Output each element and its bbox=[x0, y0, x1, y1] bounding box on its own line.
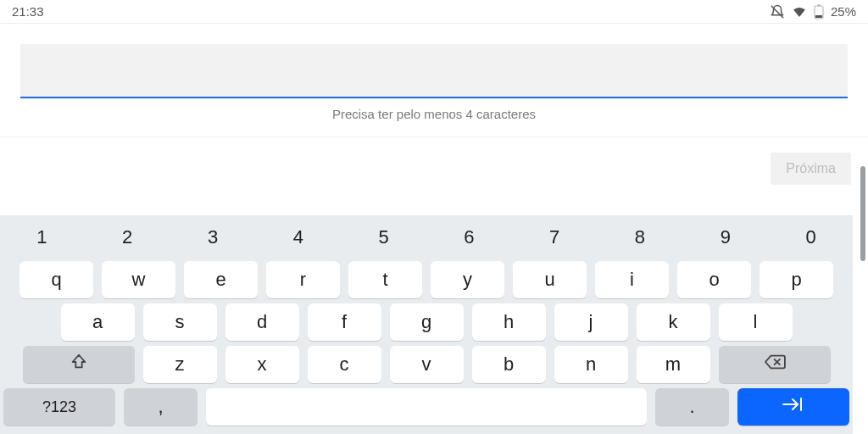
backspace-icon bbox=[764, 353, 786, 376]
battery-icon bbox=[814, 4, 824, 19]
key-s[interactable]: s bbox=[143, 303, 217, 341]
key-0[interactable]: 0 bbox=[772, 219, 849, 256]
key-space[interactable] bbox=[206, 388, 647, 426]
key-e[interactable]: e bbox=[184, 261, 258, 298]
key-period[interactable]: . bbox=[655, 388, 729, 426]
key-q[interactable]: q bbox=[19, 261, 93, 298]
text-input[interactable] bbox=[20, 44, 848, 98]
key-1[interactable]: 1 bbox=[3, 219, 81, 256]
key-i[interactable]: i bbox=[595, 261, 669, 298]
tab-next-icon bbox=[781, 396, 806, 418]
key-comma[interactable]: , bbox=[124, 388, 198, 426]
key-y[interactable]: y bbox=[431, 261, 504, 298]
key-h[interactable]: h bbox=[472, 303, 546, 341]
key-m[interactable]: m bbox=[637, 346, 710, 383]
key-a[interactable]: a bbox=[61, 303, 135, 341]
key-row-bottom: ?123 , . bbox=[3, 388, 849, 426]
key-9[interactable]: 9 bbox=[687, 219, 764, 256]
form-area: Precisa ter pelo menos 4 caracteres bbox=[0, 24, 868, 137]
key-o[interactable]: o bbox=[677, 261, 751, 298]
keyboard: 1 2 3 4 5 6 7 8 9 0 q w e r t y u i o p … bbox=[0, 215, 853, 434]
status-right: 25% bbox=[770, 4, 856, 19]
svg-rect-2 bbox=[817, 4, 821, 6]
key-2[interactable]: 2 bbox=[89, 219, 166, 256]
key-4[interactable]: 4 bbox=[259, 219, 337, 256]
next-button[interactable]: Próxima bbox=[771, 153, 851, 185]
key-d[interactable]: d bbox=[225, 303, 299, 341]
key-c[interactable]: c bbox=[308, 346, 381, 383]
key-j[interactable]: j bbox=[554, 303, 628, 341]
button-row: Próxima bbox=[0, 137, 868, 185]
key-row-z: z x c v b n m bbox=[3, 346, 849, 383]
shift-icon bbox=[70, 353, 88, 376]
key-8[interactable]: 8 bbox=[602, 219, 679, 256]
key-p[interactable]: p bbox=[760, 261, 833, 298]
key-row-numbers: 1 2 3 4 5 6 7 8 9 0 bbox=[3, 219, 849, 256]
key-symbols[interactable]: ?123 bbox=[3, 388, 115, 426]
key-row-q: q w e r t y u i o p bbox=[3, 261, 849, 298]
key-n[interactable]: n bbox=[554, 346, 628, 383]
key-r[interactable]: r bbox=[266, 261, 340, 298]
key-7[interactable]: 7 bbox=[516, 219, 593, 256]
scroll-indicator[interactable] bbox=[860, 166, 865, 261]
key-g[interactable]: g bbox=[390, 303, 464, 341]
status-left: 21:33 bbox=[12, 4, 44, 19]
key-t[interactable]: t bbox=[348, 261, 422, 298]
key-z[interactable]: z bbox=[143, 346, 217, 383]
key-backspace[interactable] bbox=[719, 346, 831, 383]
key-enter[interactable] bbox=[737, 388, 849, 426]
key-x[interactable]: x bbox=[225, 346, 299, 383]
key-f[interactable]: f bbox=[308, 303, 381, 341]
key-row-a: a s d f g h j k l bbox=[3, 303, 849, 341]
key-b[interactable]: b bbox=[472, 346, 546, 383]
helper-text: Precisa ter pelo menos 4 caracteres bbox=[20, 98, 848, 136]
svg-rect-3 bbox=[815, 15, 822, 18]
key-l[interactable]: l bbox=[719, 303, 793, 341]
key-u[interactable]: u bbox=[513, 261, 587, 298]
key-w[interactable]: w bbox=[102, 261, 175, 298]
key-shift[interactable] bbox=[23, 346, 135, 383]
status-bar: 21:33 25% bbox=[0, 0, 868, 24]
status-time: 21:33 bbox=[12, 4, 44, 19]
key-3[interactable]: 3 bbox=[175, 219, 252, 256]
wifi-icon bbox=[792, 4, 807, 19]
key-6[interactable]: 6 bbox=[431, 219, 508, 256]
bell-off-icon bbox=[770, 4, 785, 19]
key-k[interactable]: k bbox=[637, 303, 710, 341]
battery-percent: 25% bbox=[831, 4, 856, 19]
key-5[interactable]: 5 bbox=[345, 219, 422, 256]
screen: 21:33 25% Precisa ter pelo menos 4 carac… bbox=[0, 0, 868, 434]
key-v[interactable]: v bbox=[390, 346, 464, 383]
